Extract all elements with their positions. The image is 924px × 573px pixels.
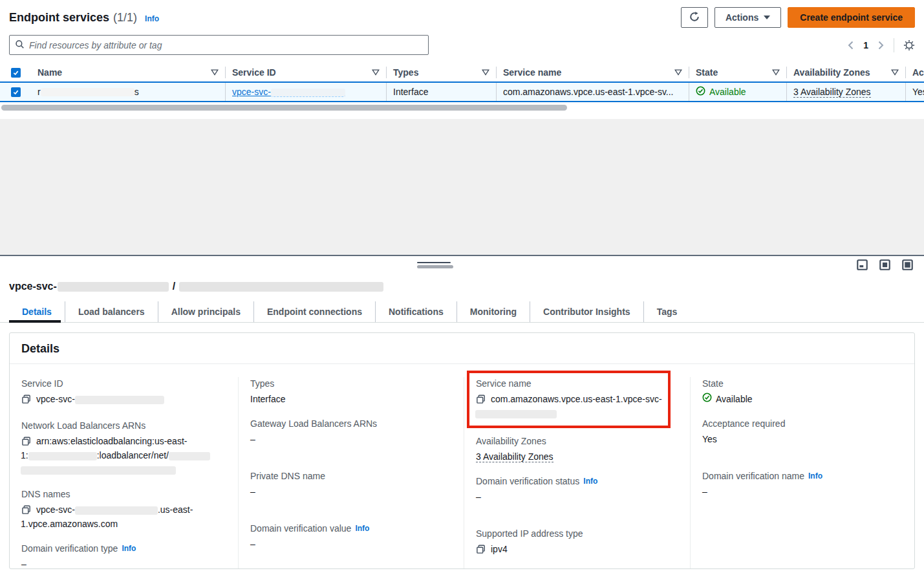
table-row[interactable]: rs vpce-svc- Interface com.amazonaws.vpc… [0,81,924,102]
column-header-state[interactable]: State [689,67,786,78]
actions-button[interactable]: Actions [714,7,781,28]
endpoint-services-table-section: Endpoint services (1/1) Info Actions Cre… [0,0,924,255]
resource-counter: (1/1) [113,11,137,25]
filter-caret-icon[interactable] [211,67,219,78]
redacted-text [28,452,97,460]
availability-zones-link[interactable]: 3 Availability Zones [476,451,553,462]
horizontal-scrollbar[interactable] [0,105,924,111]
panel-tabs: Details Load balancers Allow principals … [0,301,924,323]
field-dns-names: DNS names vpce-svc-.us-east- 1.vpce.amaz… [21,488,228,531]
field-domain-verification-status: Domain verification statusInfo – [476,475,680,504]
field-private-dns-name: Private DNS name – [250,470,453,499]
column-header-name[interactable]: Name [31,67,225,78]
column-header-service-id[interactable]: Service ID [225,67,386,78]
scrollbar-thumb[interactable] [1,105,567,111]
table-toolbar: 1 [0,35,924,55]
table-header-row: Name Service ID Types Service name State… [0,63,924,81]
gear-icon[interactable] [903,39,915,51]
chevron-left-icon[interactable] [847,41,854,50]
tab-contributor-insights[interactable]: Contributor Insights [530,301,643,322]
page-number[interactable]: 1 [863,40,868,50]
filter-caret-icon[interactable] [891,67,899,78]
info-link[interactable]: Info [355,522,369,535]
row-checkbox[interactable] [11,87,21,97]
field-supported-ip-address-type: Supported IP address type ipv4 [476,527,680,558]
filter-caret-icon[interactable] [772,67,780,78]
copy-icon[interactable] [21,394,31,408]
check-circle-icon [696,86,705,98]
details-column-4: State Available Acceptance required Yes … [690,377,914,569]
table-header-bar: Endpoint services (1/1) Info Actions Cre… [0,0,924,28]
field-service-name: Service name com.amazonaws.vpce.us-east-… [476,377,663,420]
cell-name: rs [31,83,225,101]
info-link[interactable]: Info [583,475,597,488]
tab-notifications[interactable]: Notifications [375,301,457,322]
panel-bottom-icon[interactable] [857,259,868,270]
field-nlb-arns: Network Load Balancers ARNs arn:aws:elas… [21,419,228,477]
search-icon [15,39,25,51]
cell-service-id: vpce-svc- [225,83,386,101]
column-header-types[interactable]: Types [386,67,496,78]
chevron-right-icon[interactable] [877,41,885,50]
details-column-3: Service name com.amazonaws.vpce.us-east-… [464,377,690,569]
service-name-highlight-box: Service name com.amazonaws.vpce.us-east-… [467,371,671,428]
column-header-service-name[interactable]: Service name [496,67,689,78]
cell-acceptance-required: Yes [905,83,924,101]
cell-availability-zones: 3 Availability Zones [786,83,905,101]
tab-details[interactable]: Details [9,301,65,322]
redacted-text [58,282,169,292]
tab-tags[interactable]: Tags [643,301,691,322]
caret-down-icon [764,16,770,19]
field-state: State Available [702,377,904,406]
details-column-2: Types Interface Gateway Load Balancers A… [238,377,464,569]
tab-allow-principals[interactable]: Allow principals [158,301,253,322]
field-domain-verification-name: Domain verification nameInfo – [702,470,904,499]
search-box[interactable] [9,35,429,55]
filter-caret-icon[interactable] [372,67,380,78]
tab-load-balancers[interactable]: Load balancers [65,301,158,322]
pagination: 1 [847,38,915,52]
redacted-text [271,89,345,97]
field-domain-verification-value: Domain verification valueInfo – [250,522,453,551]
info-link[interactable]: Info [808,470,822,482]
field-service-id: Service ID vpce-svc- [21,377,228,408]
endpoint-services-table: Name Service ID Types Service name State… [0,63,924,111]
redacted-text [169,452,210,460]
tab-endpoint-connections[interactable]: Endpoint connections [253,301,375,322]
field-glb-arns: Gateway Load Balancers ARNs – [250,417,453,446]
redacted-text [75,396,164,404]
filter-caret-icon[interactable] [674,67,682,78]
details-card-heading: Details [10,333,914,364]
cell-types: Interface [386,83,496,101]
status-badge: Available [702,392,904,406]
panel-middle-icon[interactable] [879,259,890,270]
field-types: Types Interface [250,377,453,406]
split-panel: vpce-svc- / Details Load balancers Allow… [0,256,924,573]
refresh-button[interactable] [681,7,708,28]
service-id-link[interactable]: vpce-svc- [232,87,345,97]
cell-service-name: com.amazonaws.vpce.us-east-1.vpce-sv... [496,83,689,101]
redacted-text [21,466,176,475]
redacted-text [179,282,383,292]
availability-zones-link[interactable]: 3 Availability Zones [793,87,871,98]
field-domain-verification-type: Domain verification typeInfo – [21,542,228,569]
panel-full-icon[interactable] [902,259,913,270]
info-link[interactable]: Info [145,14,159,23]
refresh-icon [689,12,700,24]
copy-icon[interactable] [476,544,486,558]
tab-monitoring[interactable]: Monitoring [457,301,530,322]
select-all-checkbox[interactable] [11,68,21,78]
search-input[interactable] [29,40,423,50]
details-card: Details Service ID vpce-svc- Network Loa… [9,332,915,569]
filter-caret-icon[interactable] [482,67,489,78]
status-badge: Available [696,86,746,98]
toolbar-divider [894,38,894,52]
column-header-availability-zones[interactable]: Availability Zones [786,67,905,78]
panel-title: vpce-svc- / [0,274,924,292]
info-link[interactable]: Info [122,542,136,555]
drag-handle[interactable] [417,262,453,268]
page-title: Endpoint services [9,11,109,25]
redacted-text [41,88,134,96]
column-header-acceptance-required[interactable]: Acceptance required [905,67,924,78]
create-endpoint-service-button[interactable]: Create endpoint service [788,7,915,28]
